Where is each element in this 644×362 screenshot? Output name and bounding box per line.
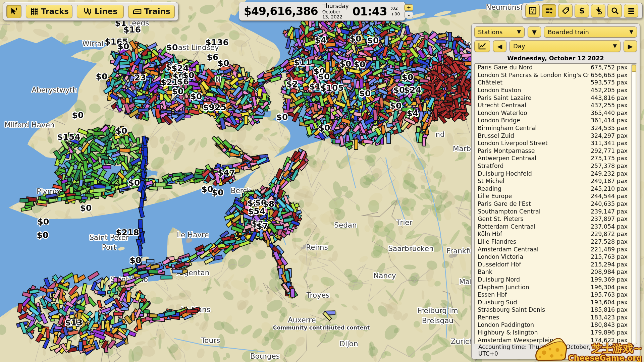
date-label: October 13, 2022: [322, 9, 349, 19]
station-row[interactable]: Köln Hbf229,872 pax: [475, 230, 637, 238]
station-row[interactable]: Paris Gare du Nord675,752 pax: [475, 64, 637, 71]
cheese-icon: [533, 336, 567, 362]
chevron-down-icon: ▼: [517, 29, 521, 35]
station-name: Birmingham Central: [478, 125, 537, 131]
station-row[interactable]: Lille Flandres227,528 pax: [475, 238, 637, 246]
station-row[interactable]: Duisburg Süd193,604 pax: [475, 298, 637, 306]
station-row[interactable]: Brussel Zuid324,297 pax: [475, 132, 637, 139]
station-name: Southampton Central: [478, 208, 541, 215]
tags-button[interactable]: [558, 4, 573, 17]
dataset-dropdown[interactable]: Stations ▼: [474, 26, 525, 38]
station-row[interactable]: Essen Hbf195,763 pax: [475, 291, 637, 299]
menu-icon: [627, 6, 636, 15]
station-pax: 199,369 pax: [591, 276, 628, 283]
station-name: St Michel: [478, 178, 504, 184]
station-row[interactable]: Châtelet593,575 pax: [475, 79, 637, 86]
station-row[interactable]: Strasbourg Saint Denis185,816 pax: [475, 306, 637, 314]
trains-button[interactable]: Trains: [128, 5, 175, 18]
station-row[interactable]: Stratford257,378 pax: [475, 162, 637, 170]
tag-icon: [561, 6, 570, 15]
station-row[interactable]: Duisburg Hochfeld249,232 pax: [475, 170, 637, 177]
station-name: London Euston: [478, 87, 521, 94]
station-row[interactable]: St Michel249,187 pax: [475, 177, 637, 185]
station-name: Duisburg Hochfeld: [478, 170, 532, 177]
search-button[interactable]: [607, 4, 622, 17]
sort-order-button[interactable]: [542, 4, 556, 17]
trains-label: Trains: [144, 7, 170, 16]
station-row[interactable]: Paris Montparnasse292,771 pax: [475, 147, 637, 155]
station-row[interactable]: Utrecht Centraal437,255 pax: [475, 102, 637, 109]
dollar-icon: $: [578, 6, 586, 15]
terrain-map-button[interactable]: [525, 4, 540, 17]
station-name: Gent St. Pieters: [478, 216, 524, 222]
station-pax: 179,896 pax: [591, 329, 628, 336]
main-toolbar: i Tracks Lines Trains: [3, 2, 178, 21]
station-pax: 245,210 pax: [591, 185, 628, 192]
station-row[interactable]: Amsterdam Centraal221,489 pax: [475, 245, 637, 253]
station-row[interactable]: Southampton Central239,147 pax: [475, 207, 637, 215]
station-row[interactable]: Birmingham Central324,535 pax: [475, 124, 637, 132]
speed-up-button[interactable]: +: [404, 4, 413, 11]
station-pax: 195,763 pax: [591, 291, 628, 298]
station-row[interactable]: Gent St. Pieters237,897 pax: [475, 215, 637, 223]
station-row[interactable]: Lille Europe244,544 pax: [475, 192, 637, 200]
station-pax: 208,984 pax: [591, 268, 628, 275]
station-name: Paris Gare du Nord: [478, 64, 533, 71]
period-dropdown[interactable]: Day ▼: [509, 40, 621, 52]
tracks-button[interactable]: Tracks: [26, 5, 72, 18]
station-row[interactable]: Clapham Junction196,304 pax: [475, 283, 637, 291]
finances-button[interactable]: $: [575, 4, 589, 17]
tracks-icon: [30, 7, 39, 16]
station-name: Lille Europe: [478, 193, 512, 199]
station-pax: 452,205 pax: [591, 87, 628, 94]
stats-panel: Stations ▼ ▼ Boarded train ▼ ◀ Day ▼ ▶ W…: [471, 23, 640, 359]
station-name: Duisburg Süd: [478, 299, 517, 306]
station-row[interactable]: London St Pancras & London King's Cr656,…: [475, 71, 637, 79]
station-row[interactable]: Antwerpen Centraal275,175 pax: [475, 155, 637, 162]
station-row[interactable]: Rotterdam Centraal237,054 pax: [475, 223, 637, 230]
station-row[interactable]: London Euston452,205 pax: [475, 86, 637, 94]
station-pax: 656,663 pax: [591, 72, 628, 78]
station-row[interactable]: London Liverpool Street311,341 pax: [475, 139, 637, 147]
previous-period-button[interactable]: ◀: [493, 40, 506, 52]
inspect-tool-button[interactable]: i: [6, 5, 21, 18]
steam-workshop-button[interactable]: [591, 4, 605, 17]
period-date-header: Wednesday, October 12 2022: [474, 54, 637, 63]
sort-list-icon: [545, 6, 553, 15]
station-row[interactable]: Paris Saint Lazaire443,816 pax: [475, 94, 637, 102]
station-name: Lille Flandres: [478, 238, 516, 245]
station-row[interactable]: Duisburg Nord199,369 pax: [475, 276, 637, 284]
lines-button[interactable]: Lines: [77, 5, 123, 18]
speed-down-button[interactable]: -: [404, 12, 413, 18]
station-pax: 311,341 pax: [591, 140, 628, 146]
sort-direction-dropdown[interactable]: ▼: [528, 26, 541, 38]
station-row[interactable]: London Bridge361,414 pax: [475, 117, 637, 124]
station-name: Brussel Zuid: [478, 132, 514, 139]
station-name: Highbury & Islington: [478, 329, 538, 336]
station-pax: 185,816 pax: [591, 306, 628, 313]
station-pax: 593,575 pax: [591, 79, 628, 86]
station-row[interactable]: Paris Gare de l'Est240,635 pax: [475, 200, 637, 208]
station-row[interactable]: London Paddington180,843 pax: [475, 321, 637, 329]
svg-text:$: $: [579, 6, 585, 15]
station-pax: 227,528 pax: [591, 238, 628, 245]
chart-view-button[interactable]: [474, 40, 490, 52]
next-period-button[interactable]: ▶: [624, 40, 637, 52]
menu-button[interactable]: [624, 4, 638, 17]
metric-dropdown[interactable]: Boarded train ▼: [544, 26, 637, 38]
station-row[interactable]: Highbury & Islington179,896 pax: [475, 329, 637, 337]
station-list-scrollbar[interactable]: [631, 64, 636, 343]
station-name: London Victoria: [478, 253, 523, 260]
station-row[interactable]: Dusseldorf Hbf215,294 pax: [475, 260, 637, 268]
station-row[interactable]: London Victoria215,763 pax: [475, 253, 637, 261]
station-name: Paris Gare de l'Est: [478, 200, 531, 207]
station-row[interactable]: Bank208,984 pax: [475, 268, 637, 276]
view-toolbar: $: [522, 3, 643, 19]
station-row[interactable]: Reading245,210 pax: [475, 185, 637, 193]
station-pax: 239,147 pax: [591, 208, 628, 215]
station-row[interactable]: Rennes183,423 pax: [475, 314, 637, 321]
station-pax: 240,635 pax: [591, 200, 628, 207]
scrollbar-thumb[interactable]: [632, 65, 636, 72]
station-row[interactable]: London Waterloo365,440 pax: [475, 109, 637, 117]
station-pax: 221,489 pax: [591, 246, 628, 253]
